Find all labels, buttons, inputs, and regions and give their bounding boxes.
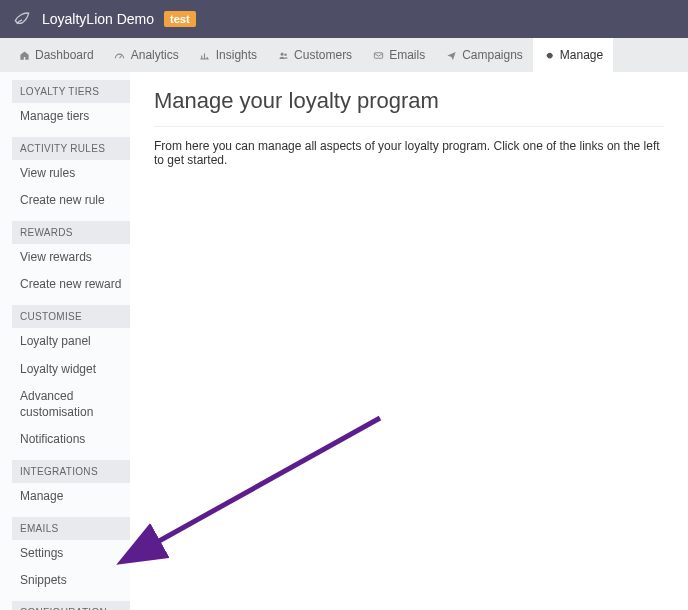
send-icon: [445, 49, 457, 61]
sidebar-item-loyalty-panel[interactable]: Loyalty panel: [12, 328, 130, 356]
sidebar-item-loyalty-widget[interactable]: Loyalty widget: [12, 356, 130, 384]
nav-campaigns[interactable]: Campaigns: [435, 38, 533, 72]
home-icon: [18, 49, 30, 61]
nav-customers[interactable]: Customers: [267, 38, 362, 72]
page-title: Manage your loyalty program: [154, 88, 664, 114]
nav-label: Manage: [560, 48, 603, 62]
sidebar-section-customise: CUSTOMISE: [12, 305, 130, 328]
sidebar-section-configuration: CONFIGURATION: [12, 601, 130, 610]
sidebar-section-emails: EMAILS: [12, 517, 130, 540]
nav-label: Analytics: [131, 48, 179, 62]
sidebar-item-create-new-rule[interactable]: Create new rule: [12, 187, 130, 215]
navbar: Dashboard Analytics Insights Customers E…: [0, 38, 688, 72]
sidebar-item-notifications[interactable]: Notifications: [12, 426, 130, 454]
nav-label: Campaigns: [462, 48, 523, 62]
svg-point-0: [280, 52, 283, 55]
gauge-icon: [114, 49, 126, 61]
nav-manage[interactable]: Manage: [533, 38, 613, 72]
nav-label: Dashboard: [35, 48, 94, 62]
brand-logo-icon: [12, 9, 32, 29]
sidebar-section-rewards: REWARDS: [12, 221, 130, 244]
nav-insights[interactable]: Insights: [189, 38, 267, 72]
sidebar: LOYALTY TIERS Manage tiers ACTIVITY RULE…: [0, 72, 130, 610]
nav-analytics[interactable]: Analytics: [104, 38, 189, 72]
nav-label: Emails: [389, 48, 425, 62]
divider: [154, 126, 664, 127]
sidebar-item-create-new-reward[interactable]: Create new reward: [12, 271, 130, 299]
nav-label: Insights: [216, 48, 257, 62]
sidebar-item-emails-snippets[interactable]: Snippets: [12, 567, 130, 595]
main-content: Manage your loyalty program From here yo…: [130, 72, 688, 610]
sidebar-item-integrations-manage[interactable]: Manage: [12, 483, 130, 511]
users-icon: [277, 49, 289, 61]
nav-dashboard[interactable]: Dashboard: [8, 38, 104, 72]
sidebar-section-activity-rules: ACTIVITY RULES: [12, 137, 130, 160]
svg-point-1: [284, 53, 286, 55]
sidebar-section-integrations: INTEGRATIONS: [12, 460, 130, 483]
gear-icon: [543, 49, 555, 61]
sidebar-item-manage-tiers[interactable]: Manage tiers: [12, 103, 130, 131]
sidebar-item-emails-settings[interactable]: Settings: [12, 540, 130, 568]
nav-emails[interactable]: Emails: [362, 38, 435, 72]
sidebar-item-view-rules[interactable]: View rules: [12, 160, 130, 188]
sidebar-item-advanced-customisation[interactable]: Advanced customisation: [12, 383, 130, 426]
page-description: From here you can manage all aspects of …: [154, 139, 664, 167]
env-badge: test: [164, 11, 196, 27]
envelope-icon: [372, 49, 384, 61]
svg-rect-2: [374, 52, 382, 58]
sidebar-item-view-rewards[interactable]: View rewards: [12, 244, 130, 272]
chart-icon: [199, 49, 211, 61]
nav-label: Customers: [294, 48, 352, 62]
topbar: LoyaltyLion Demo test: [0, 0, 688, 38]
page-container: LOYALTY TIERS Manage tiers ACTIVITY RULE…: [0, 72, 688, 610]
brand-name: LoyaltyLion Demo: [42, 11, 154, 27]
sidebar-section-loyalty-tiers: LOYALTY TIERS: [12, 80, 130, 103]
